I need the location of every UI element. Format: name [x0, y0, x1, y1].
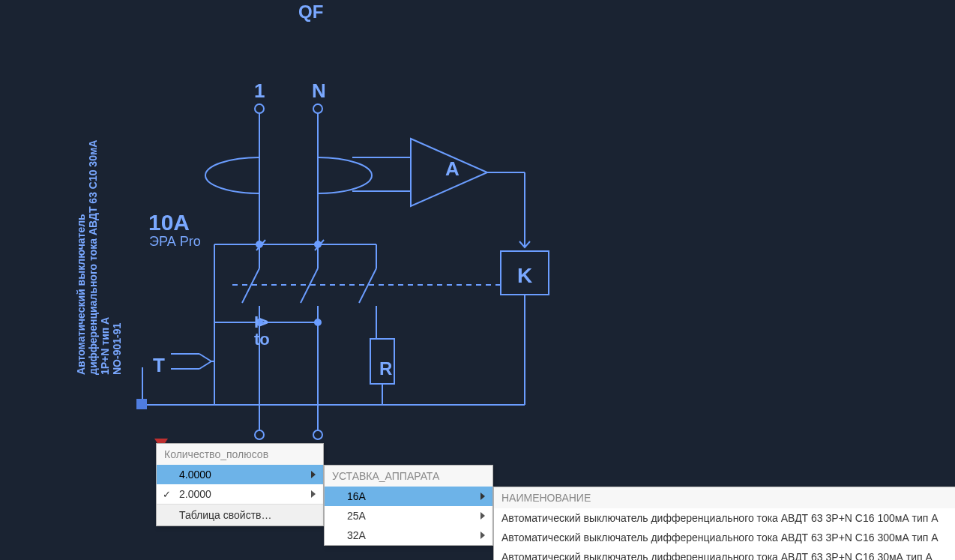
terminal-n-label: N — [312, 79, 326, 103]
svg-point-48 — [313, 430, 322, 439]
name-option-300ma[interactable]: Автоматический выключатель дифференциаль… — [494, 528, 955, 547]
terminal-1-label: 1 — [254, 79, 265, 103]
designator-label: QF — [298, 1, 323, 22]
desc-line-2: дифференциального тока АВДТ 63 С10 30мА — [87, 140, 99, 375]
series-label: ЭРА Pro — [149, 234, 201, 250]
name-menu-title: НАИМЕНОВАНИЕ — [494, 487, 955, 508]
trip-unit-to-label: to — [254, 330, 270, 349]
amplifier-label: A — [445, 157, 460, 181]
poles-option-4[interactable]: 4.0000 — [157, 465, 323, 484]
poles-menu: Количество_полюсов 4.0000 ✓ 2.0000 Табли… — [156, 443, 324, 526]
name-option-300ma-label: Автоматический выключатель дифференциаль… — [501, 532, 939, 544]
name-option-100ma-label: Автоматический выключатель дифференциаль… — [501, 512, 939, 524]
poles-option-2[interactable]: ✓ 2.0000 — [157, 484, 323, 504]
check-icon: ✓ — [163, 489, 171, 500]
rating-option-25a-label: 25A — [347, 510, 366, 522]
poles-option-2-label: 2.0000 — [179, 488, 211, 500]
resistor-label: R — [379, 358, 392, 379]
desc-line-3: 1P+N тип А — [99, 140, 111, 375]
rating-option-16a[interactable]: 16A — [325, 487, 492, 506]
svg-point-1 — [313, 104, 322, 113]
name-option-30ma-label: Автоматический выключатель дифференциаль… — [501, 551, 933, 560]
rating-option-32a-label: 32A — [347, 529, 366, 541]
test-button-label: T — [153, 354, 165, 377]
rating-menu: УСТАВКА_АППАРАТА 16A 25A 32A — [324, 465, 493, 546]
rating-option-32a[interactable]: 32A — [325, 526, 492, 545]
component-description: Автоматический выключатель дифференциаль… — [75, 140, 123, 375]
svg-line-44 — [199, 354, 211, 361]
desc-line-1: Автоматический выключатель — [75, 140, 87, 375]
name-menu: НАИМЕНОВАНИЕ Автоматический выключатель … — [493, 487, 955, 560]
poles-option-4-label: 4.0000 — [179, 469, 211, 481]
relay-label: K — [517, 264, 532, 288]
rating-label: 10A — [148, 210, 190, 235]
rating-menu-title: УСТАВКА_АППАРАТА — [325, 466, 492, 487]
submenu-arrow-icon — [480, 512, 485, 520]
poles-menu-title: Количество_полюсов — [157, 444, 323, 465]
svg-point-0 — [255, 104, 264, 113]
desc-line-4: NO-901-91 — [111, 140, 123, 375]
poles-properties-table[interactable]: Таблица свойств… — [157, 504, 323, 526]
submenu-arrow-icon — [311, 490, 316, 498]
svg-point-47 — [255, 430, 264, 439]
svg-rect-41 — [136, 399, 147, 409]
rating-option-16a-label: 16A — [347, 490, 366, 502]
name-option-100ma[interactable]: Автоматический выключатель дифференциаль… — [494, 508, 955, 528]
submenu-arrow-icon — [480, 493, 485, 500]
submenu-arrow-icon — [311, 471, 316, 478]
svg-point-32 — [315, 319, 321, 325]
name-option-30ma[interactable]: Автоматический выключатель дифференциаль… — [494, 547, 955, 560]
submenu-arrow-icon — [480, 532, 485, 539]
rating-option-25a[interactable]: 25A — [325, 506, 492, 526]
svg-line-45 — [199, 361, 211, 369]
